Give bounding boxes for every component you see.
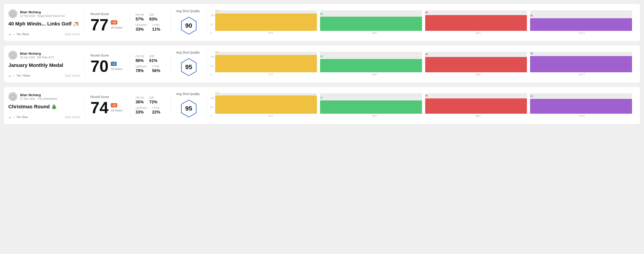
one-putt-stat: 1 Putt 11% (152, 23, 160, 32)
x-axis-label: ARG (428, 73, 528, 76)
y-min: 0 (210, 73, 214, 76)
x-labels: OTTAPPARGPUTT (220, 115, 632, 117)
bar-value: 95 (320, 13, 323, 15)
fw-hit-label: FW Hit (136, 55, 144, 58)
bar-fill: 95 (320, 17, 422, 31)
round-card: ◯ Blair McHarg 12 Feb 2022 · Royal North… (4, 3, 640, 41)
card-score: Round Score 70 -2 18 Holes (85, 51, 130, 77)
bar-value: 93 (530, 95, 533, 98)
stats-row-top: FW Hit 86% GIR 61% (136, 55, 165, 63)
bar-column: 93 (530, 94, 632, 114)
chart-area: 100 50 0 101 (207, 51, 636, 77)
chart-grid: 110 87 95 93 (215, 94, 632, 114)
hexagon-container: 95 (179, 57, 199, 77)
updown-value: 33% (136, 27, 146, 32)
tee-label: Tee: Yellow (16, 74, 30, 77)
player-name: Blair McHarg (20, 10, 65, 14)
score-diff-badge: -2 (111, 62, 116, 66)
player-info-row: ◯ Blair McHarg 29 Jan 2022 · Mill Ride G… (8, 51, 80, 60)
x-axis-label: APP (324, 73, 425, 76)
score-diff-badge: +2 (111, 103, 117, 107)
player-name: Blair McHarg (20, 52, 54, 55)
hexagon-container: 95 (179, 98, 199, 119)
card-stats: FW Hit 36% GIR 72% Up/Down 33% 1 Putt (130, 92, 171, 119)
round-title: January Monthly Medal (8, 62, 80, 68)
bar-column: 101 (215, 52, 317, 72)
bar-column: 107 (215, 10, 317, 31)
stats-row-bottom: Up/Down 78% 1 Putt 56% (136, 65, 165, 73)
gir-stat: GIR 72% (149, 96, 158, 105)
updown-stat: Up/Down 33% (136, 106, 146, 115)
hexagon-container: 90 (179, 15, 199, 36)
bar-fill: 99 (530, 56, 632, 72)
bar-fill: 86 (320, 59, 422, 72)
quality-label: Avg Shot Quality (176, 9, 200, 13)
gir-value: 72% (149, 100, 158, 105)
updown-label: Up/Down (136, 106, 146, 110)
y-min: 0 (210, 32, 214, 34)
stats-row-top: FW Hit 36% GIR 72% (136, 96, 165, 105)
avatar: ◯ (8, 9, 17, 18)
stats-row-bottom: Up/Down 33% 1 Putt 11% (136, 23, 165, 32)
tee-info: ☁ ― Tee: Black (8, 33, 29, 36)
bar-value: 86 (320, 55, 323, 58)
quality-score: 90 (185, 22, 192, 29)
score-main: 74 +2 18 Holes (90, 100, 124, 116)
bar-value: 110 (215, 91, 219, 94)
score-label: Round Score (90, 95, 124, 99)
score-main: 77 +5 18 Holes (90, 17, 124, 33)
player-date: 29 Jan 2022 · Mill Ride GCC (20, 56, 54, 59)
tee-label: Tee: Blue (16, 116, 28, 119)
bar-value: 99 (530, 52, 533, 55)
bar-column: 96 (425, 52, 527, 72)
chart-grid: 107 95 98 82 (215, 10, 632, 31)
x-axis-label: APP (324, 115, 425, 117)
avatar-icon: ◯ (10, 11, 15, 16)
x-axis-label: ARG (428, 32, 528, 34)
y-mid: 50 (210, 23, 214, 26)
data-source: Data: Arccos (65, 116, 80, 119)
weather-icon: ☁ (8, 74, 11, 77)
player-name: Blair McHarg (20, 93, 57, 97)
bar-column: 82 (530, 10, 632, 31)
y-axis: 100 50 0 (210, 97, 215, 117)
y-min: 0 (210, 115, 214, 117)
chart-grid: 101 86 96 99 (215, 52, 632, 72)
bar-value: 107 (215, 9, 219, 12)
x-axis-label: OTT (220, 32, 321, 34)
card-player-info: ◯ Blair McHarg 29 Jan 2022 · Mill Ride G… (8, 51, 85, 77)
player-info-row: ◯ Blair McHarg 27 Dec 2021 · The Oxfords… (8, 92, 80, 101)
bar-fill: 101 (215, 55, 317, 72)
one-putt-label: 1 Putt (152, 65, 160, 68)
quality-label: Avg Shot Quality (176, 51, 200, 54)
data-source: Data: Arccos (65, 74, 80, 77)
fw-hit-stat: FW Hit 57% (136, 13, 144, 22)
score-number: 77 (90, 17, 108, 33)
round-title: 40 Mph Winds... Links Golf 🪃 (8, 21, 80, 27)
avatar-icon: ◯ (10, 94, 15, 99)
y-mid: 50 (210, 65, 214, 67)
bar-value: 95 (425, 94, 428, 97)
bar-fill: 107 (215, 13, 317, 31)
avatar: ◯ (8, 51, 17, 60)
fw-hit-value: 57% (136, 17, 144, 22)
updown-value: 78% (136, 68, 146, 73)
x-axis-label: OTT (220, 73, 321, 76)
card-footer: ☁ ― Tee: Black Data: Arccos (8, 33, 80, 36)
one-putt-stat: 1 Putt 22% (152, 106, 160, 115)
tee-info: ☁ ― Tee: Yellow (8, 74, 30, 77)
card-footer: ☁ ― Tee: Blue Data: Arccos (8, 116, 80, 119)
holes-text: 18 Holes (111, 109, 122, 112)
score-badge: +5 18 Holes (111, 20, 122, 29)
card-score: Round Score 77 +5 18 Holes (85, 9, 130, 36)
bar-value: 82 (530, 14, 533, 17)
quality-score: 95 (185, 64, 192, 71)
x-axis-label: APP (324, 32, 425, 34)
x-axis-label: OTT (220, 115, 321, 117)
bar-fill: 87 (320, 101, 422, 114)
gir-label: GIR (149, 13, 158, 16)
player-date: 27 Dec 2021 · The Oxfordshire (20, 97, 57, 101)
y-max: 100 (210, 14, 214, 17)
gir-value: 61% (149, 58, 158, 63)
bar-value: 96 (425, 53, 428, 56)
